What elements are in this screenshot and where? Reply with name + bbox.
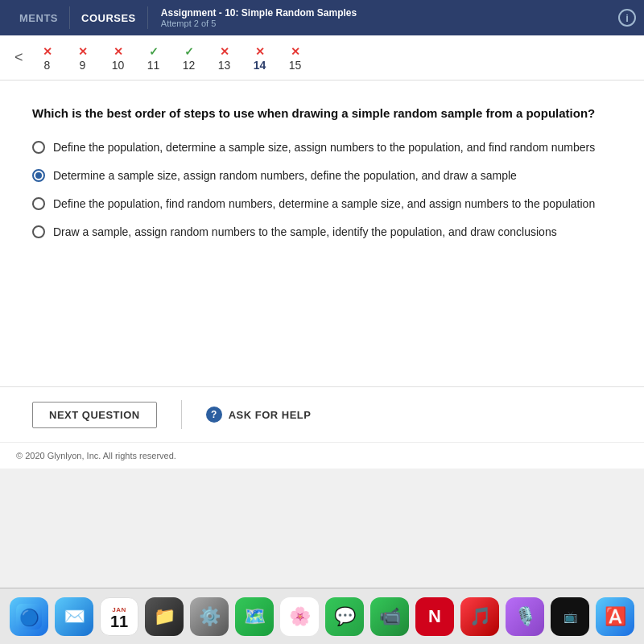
dock-music[interactable]: 🎵	[460, 597, 499, 636]
ask-help-icon: ?	[206, 407, 222, 423]
radio-b	[32, 169, 45, 182]
dock-podcasts[interactable]: 🎙️	[506, 597, 544, 636]
q-number-14: 14	[254, 59, 266, 72]
question-nav-item-14[interactable]: ✕ 14	[242, 44, 278, 72]
nav-attempt: Attempt 2 of 5	[161, 19, 357, 28]
q-status-9: ✕	[78, 44, 88, 59]
option-c-text: Define the population, find random numbe…	[53, 196, 595, 213]
option-c[interactable]: Define the population, find random numbe…	[32, 196, 612, 213]
q-status-11: ✓	[149, 44, 159, 59]
q-status-15: ✕	[291, 44, 300, 59]
dock-appletv-label: 📺	[564, 610, 577, 623]
question-nav-item-12[interactable]: ✓ 12	[171, 44, 207, 72]
dock-maps[interactable]: 🗺️	[235, 597, 274, 636]
q-status-10: ✕	[114, 44, 123, 59]
ask-for-help-button[interactable]: ? ASK FOR HELP	[206, 407, 312, 423]
dock-calendar[interactable]: JAN 11	[100, 597, 138, 636]
option-a[interactable]: Define the population, determine a sampl…	[32, 139, 612, 156]
q-status-13: ✕	[220, 44, 229, 59]
answer-options: Define the population, determine a sampl…	[32, 139, 612, 241]
q-number-13: 13	[218, 59, 231, 72]
q-status-12: ✓	[184, 44, 194, 59]
option-a-text: Define the population, determine a sampl…	[53, 139, 595, 156]
question-nav-item-15[interactable]: ✕ 15	[278, 44, 313, 72]
copyright-text: © 2020 Glynlyon, Inc. All rights reserve…	[16, 451, 176, 460]
question-text: Which is the best order of steps to use …	[32, 105, 612, 123]
question-nav: < ✕ 8 ✕ 9 ✕ 10 ✓ 11 ✓ 12 ✕ 13	[0, 35, 644, 80]
option-d[interactable]: Draw a sample, assign random numbers to …	[32, 224, 612, 241]
bottom-divider	[181, 400, 182, 429]
q-status-14: ✕	[255, 44, 265, 59]
radio-c	[32, 197, 45, 210]
dock-app-store[interactable]: 🅰️	[596, 597, 634, 636]
q-number-15: 15	[289, 59, 302, 72]
question-nav-item-13[interactable]: ✕ 13	[207, 44, 242, 72]
radio-d	[32, 225, 45, 238]
svg-text:🔵: 🔵	[19, 608, 39, 627]
main-content: Which is the best order of steps to use …	[0, 80, 644, 386]
dock-files[interactable]: 📁	[145, 597, 184, 636]
prev-arrow[interactable]: <	[8, 49, 30, 66]
option-b-text: Determine a sample size, assign random n…	[53, 167, 517, 184]
radio-a	[32, 141, 45, 154]
question-nav-item-11[interactable]: ✓ 11	[136, 44, 171, 72]
info-icon[interactable]: i	[618, 9, 636, 27]
question-nav-item-9[interactable]: ✕ 9	[65, 44, 101, 72]
dock-news[interactable]: N	[415, 597, 454, 636]
nav-assignments[interactable]: MENTS	[8, 12, 69, 24]
nav-assignment-info: Assignment - 10: Simple Random Samples A…	[148, 7, 369, 28]
macos-dock: 🔵 ✉️ JAN 11 📁 ⚙️ 🗺️ 🌸 💬 📹 N 🎵 🎙️ 📺 🅰️	[0, 588, 644, 644]
radio-b-inner	[35, 172, 42, 179]
q-number-8: 8	[44, 59, 51, 72]
dock-photos[interactable]: 🌸	[280, 597, 319, 636]
q-number-12: 12	[183, 59, 196, 72]
bottom-bar: NEXT QUESTION ? ASK FOR HELP	[0, 386, 644, 442]
option-b[interactable]: Determine a sample size, assign random n…	[32, 167, 612, 184]
question-nav-item-10[interactable]: ✕ 10	[101, 44, 136, 72]
ask-help-text: ASK FOR HELP	[229, 409, 312, 421]
question-numbers: ✕ 8 ✕ 9 ✕ 10 ✓ 11 ✓ 12 ✕ 13 ✕ 14	[30, 44, 313, 72]
calendar-date: 11	[110, 613, 128, 630]
nav-assignment-title: Assignment - 10: Simple Random Samples	[161, 7, 357, 19]
top-nav: MENTS COURSES Assignment - 10: Simple Ra…	[0, 0, 644, 35]
q-status-8: ✕	[43, 44, 52, 59]
footer: © 2020 Glynlyon, Inc. All rights reserve…	[0, 442, 644, 469]
dock-finder[interactable]: 🔵	[10, 597, 48, 636]
q-number-10: 10	[112, 59, 125, 72]
dock-mail[interactable]: ✉️	[55, 597, 93, 636]
q-number-9: 9	[80, 59, 86, 72]
dock-facetime[interactable]: 📹	[370, 597, 409, 636]
next-question-button[interactable]: NEXT QUESTION	[32, 402, 157, 428]
dock-apple-tv[interactable]: 📺	[551, 597, 589, 636]
question-nav-item-8[interactable]: ✕ 8	[30, 44, 65, 72]
option-d-text: Draw a sample, assign random numbers to …	[53, 224, 557, 241]
dock-system-prefs[interactable]: ⚙️	[190, 597, 229, 636]
q-number-11: 11	[147, 59, 160, 72]
dock-messages[interactable]: 💬	[325, 597, 364, 636]
nav-courses[interactable]: COURSES	[70, 12, 147, 24]
